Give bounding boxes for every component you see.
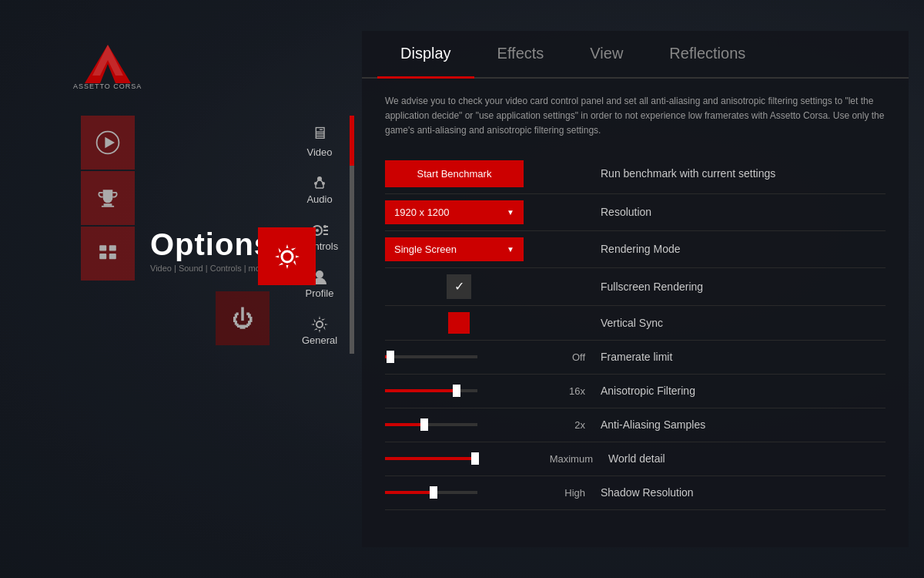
- anisotropic-control: [385, 389, 539, 392]
- antialiasing-slider-container[interactable]: [385, 423, 493, 426]
- antialiasing-slider-track: [385, 423, 477, 426]
- world-detail-label: World detail: [608, 452, 665, 465]
- world-detail-control: [385, 457, 539, 460]
- tab-effects[interactable]: Effects: [474, 31, 567, 79]
- fullscreen-checkbox[interactable]: ✓: [447, 274, 471, 299]
- antialiasing-control: [385, 423, 539, 426]
- play-icon: [94, 129, 122, 156]
- rendering-mode-dropdown[interactable]: Single Screen ▼: [385, 237, 524, 261]
- benchmark-row: Start Benchmark Run benchmark with curre…: [385, 154, 886, 194]
- svg-point-21: [316, 229, 319, 232]
- submenu-bar-profile: [350, 260, 354, 307]
- svg-rect-5: [104, 203, 112, 206]
- submenu-video-label: Video: [306, 146, 332, 158]
- tab-reflections[interactable]: Reflections: [646, 31, 768, 79]
- vsync-control: [385, 312, 539, 334]
- svg-point-27: [316, 321, 323, 328]
- framerate-slider-container[interactable]: [385, 355, 493, 358]
- antialiasing-value: 2x: [547, 419, 585, 431]
- resolution-control: 1920 x 1200 ▼: [385, 200, 539, 224]
- tab-view[interactable]: View: [567, 31, 646, 79]
- fullscreen-label: Fullscreen Rendering: [601, 281, 703, 293]
- fullscreen-control: ✓: [385, 274, 539, 299]
- rendering-mode-label: Rendering Mode: [601, 243, 681, 255]
- tab-bar: Display Effects View Reflections: [362, 31, 909, 79]
- submenu-active-bar: [350, 116, 354, 166]
- svg-rect-8: [109, 245, 116, 250]
- dropdown-arrow-rendering: ▼: [507, 245, 514, 254]
- power-button[interactable]: ⏻: [216, 291, 270, 345]
- vsync-label: Vertical Sync: [601, 317, 663, 329]
- resolution-value: 1920 x 1200: [394, 207, 450, 218]
- world-detail-slider-container[interactable]: [385, 457, 493, 460]
- submenu-item-audio[interactable]: Audio: [285, 166, 354, 213]
- framerate-label: Framerate limit: [601, 351, 672, 363]
- svg-rect-10: [109, 254, 116, 259]
- shadow-res-control: [385, 491, 539, 494]
- nav-play-button[interactable]: [81, 116, 135, 170]
- svg-marker-4: [105, 137, 115, 148]
- shadow-res-slider-track: [385, 491, 477, 494]
- antialiasing-slider-fill: [385, 423, 422, 426]
- rendering-mode-control: Single Screen ▼: [385, 237, 539, 261]
- submenu-item-video[interactable]: 🖥 Video: [285, 116, 354, 166]
- anisotropic-slider-track: [385, 389, 477, 392]
- world-detail-row: Maximum World detail: [385, 442, 886, 476]
- svg-rect-7: [99, 245, 106, 250]
- antialiasing-row: 2x Anti-Aliasing Samples: [385, 408, 886, 442]
- benchmark-label: Run benchmark with current settings: [601, 167, 775, 180]
- resolution-label: Resolution: [601, 206, 651, 218]
- submenu-bar-general: [350, 307, 354, 354]
- left-nav-icons: [81, 116, 135, 282]
- svg-point-11: [282, 251, 293, 262]
- svg-point-25: [323, 225, 326, 228]
- anisotropic-slider-thumb: [453, 385, 460, 397]
- svg-marker-1: [92, 45, 123, 76]
- info-text: We advise you to check your video card c…: [385, 94, 886, 139]
- submenu-item-general[interactable]: General: [285, 307, 354, 354]
- antialiasing-label: Anti-Aliasing Samples: [601, 418, 705, 431]
- gear-icon: [272, 241, 303, 272]
- anisotropic-slider-container[interactable]: [385, 389, 493, 392]
- submenu-audio-label: Audio: [306, 193, 332, 205]
- framerate-slider-track: [385, 355, 477, 358]
- grid-icon: [94, 240, 122, 267]
- shadow-res-value: High: [547, 487, 585, 499]
- svg-rect-9: [99, 254, 106, 259]
- benchmark-control: Start Benchmark: [385, 160, 539, 187]
- antialiasing-slider-thumb: [420, 418, 428, 431]
- gear-button[interactable]: [258, 227, 316, 285]
- shadow-res-row: High Shadow Resolution: [385, 476, 886, 510]
- anisotropic-row: 16x Anisotropic Filtering: [385, 375, 886, 408]
- submenu-general-label: General: [302, 334, 337, 346]
- nav-trophy-button[interactable]: [81, 171, 135, 225]
- logo-image: ASSETTO CORSA: [65, 41, 150, 91]
- world-detail-slider-track: [385, 457, 477, 460]
- svg-rect-6: [102, 206, 114, 207]
- vsync-toggle[interactable]: [448, 312, 470, 334]
- main-panel: Display Effects View Reflections We advi…: [362, 31, 909, 547]
- svg-text:ASSETTO CORSA: ASSETTO CORSA: [73, 82, 142, 90]
- world-detail-slider-fill: [385, 457, 473, 460]
- framerate-control: [385, 355, 539, 358]
- framerate-value: Off: [547, 351, 585, 363]
- benchmark-button[interactable]: Start Benchmark: [385, 160, 524, 187]
- anisotropic-slider-fill: [385, 389, 454, 392]
- svg-point-26: [316, 271, 323, 278]
- general-icon: [310, 314, 330, 334]
- logo-area: ASSETTO CORSA: [62, 39, 154, 92]
- submenu-bar-audio: [350, 166, 354, 213]
- tab-display[interactable]: Display: [377, 31, 474, 79]
- resolution-dropdown[interactable]: 1920 x 1200 ▼: [385, 200, 524, 224]
- resolution-row: 1920 x 1200 ▼ Resolution: [385, 194, 886, 231]
- dropdown-arrow-resolution: ▼: [507, 208, 514, 217]
- vsync-row: Vertical Sync: [385, 306, 886, 341]
- sidebar: ASSETTO CORSA: [0, 0, 216, 578]
- submenu-bar-controls: [350, 213, 354, 260]
- shadow-res-slider-fill: [385, 491, 431, 494]
- shadow-res-slider-container[interactable]: [385, 491, 493, 494]
- world-detail-slider-thumb: [471, 452, 479, 465]
- trophy-icon: [94, 184, 122, 212]
- rendering-mode-row: Single Screen ▼ Rendering Mode: [385, 231, 886, 268]
- nav-grid-button[interactable]: [81, 227, 135, 281]
